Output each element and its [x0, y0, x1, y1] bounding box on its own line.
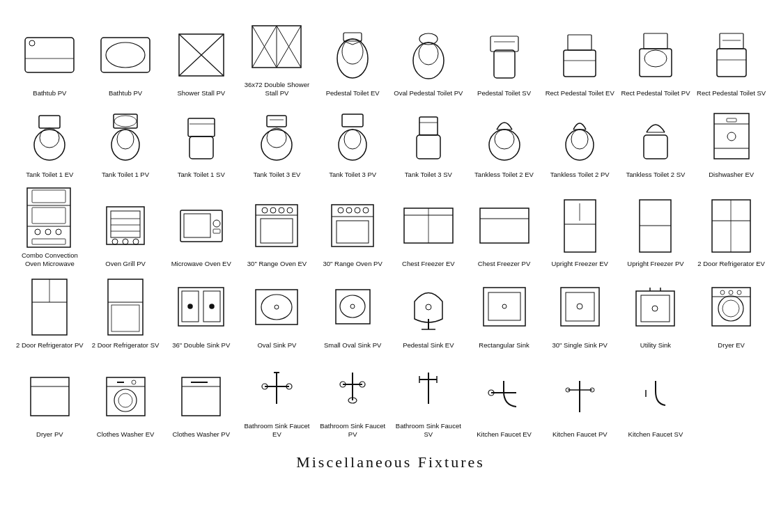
fixture-item-oval-pedestal-toilet-pv: Oval Pedestal Toilet PV: [391, 13, 465, 100]
svg-point-126: [188, 304, 192, 308]
icon-tankless-toilet-2-ev: [473, 105, 536, 168]
fixture-item-tank-toilet-3-sv: Tank Toilet 3 SV: [391, 102, 465, 180]
label-clothes-washer-pv: Clothes Washer PV: [172, 430, 230, 439]
svg-point-14: [337, 39, 368, 78]
svg-point-162: [132, 380, 136, 384]
fixture-item-clothes-washer-pv: Clothes Washer PV: [164, 354, 238, 441]
svg-point-92: [262, 208, 268, 213]
icon-tank-toilet-3-ev: [245, 105, 308, 168]
label-chest-freezer-pv: Chest Freezer PV: [478, 260, 531, 268]
svg-point-1: [29, 40, 35, 46]
fixture-item-tank-toilet-1-ev: Tank Toilet 1 EV: [13, 102, 87, 180]
svg-point-159: [114, 389, 137, 412]
icon-grid: Bathtub PV Bathtub PV Shower Stall PV 36…: [7, 7, 774, 446]
svg-point-66: [727, 132, 736, 141]
svg-point-74: [45, 229, 51, 235]
label-tankless-toilet-2-ev: Tankless Toilet 2 EV: [474, 171, 534, 179]
svg-rect-138: [488, 292, 520, 320]
fixture-item-bathroom-sink-faucet-ev: Bathroom Sink Faucet EV: [240, 354, 314, 441]
svg-point-127: [210, 304, 214, 308]
label-rect-pedestal-toilet-sv: Rect Pedestal Toilet SV: [697, 89, 766, 97]
svg-rect-23: [490, 36, 518, 52]
svg-point-83: [123, 239, 128, 244]
icon-rect-pedestal-toilet-pv: [624, 24, 687, 86]
icon-range-oven-ev: [245, 194, 308, 257]
label-oven-grill-pv: Oven Grill PV: [105, 260, 146, 268]
label-chest-freezer-ev: Chest Freezer EV: [402, 260, 455, 268]
svg-point-55: [489, 130, 520, 160]
label-pedestal-sink-ev: Pedestal Sink EV: [403, 341, 454, 350]
svg-rect-78: [111, 211, 140, 237]
svg-point-94: [279, 208, 284, 213]
svg-point-102: [363, 208, 369, 213]
svg-rect-61: [644, 135, 667, 159]
label-bathroom-sink-faucet-sv: Bathroom Sink Faucet SV: [392, 422, 464, 439]
label-small-oval-sink-pv: Small Oval Sink PV: [324, 341, 381, 350]
icon-kitchen-faucet-ev: [473, 365, 536, 428]
svg-rect-108: [564, 200, 596, 252]
icon-tank-toilet-3-sv: [397, 105, 460, 168]
svg-rect-40: [114, 114, 137, 128]
svg-rect-72: [32, 208, 65, 224]
svg-rect-163: [182, 377, 220, 416]
svg-point-75: [56, 229, 61, 235]
icon-shower-stall-double: [245, 15, 308, 78]
svg-point-132: [340, 295, 365, 318]
icon-rectangular-sink: [473, 276, 536, 338]
icon-tankless-toilet-2-sv: [624, 105, 687, 168]
fixture-item-tankless-toilet-2-sv: Tankless Toilet 2 SV: [619, 102, 693, 180]
icon-small-oval-sink-pv: [321, 276, 384, 338]
label-dryer-ev: Dryer EV: [718, 341, 745, 350]
svg-point-15: [342, 39, 363, 64]
svg-point-139: [502, 304, 507, 308]
svg-point-133: [350, 304, 355, 308]
label-range-oven-pv: 30" Range Oven PV: [323, 260, 382, 268]
page-title: Miscellaneous Fixtures: [7, 453, 774, 471]
icon-pedestal-sink-ev: [397, 276, 460, 338]
svg-rect-22: [494, 50, 515, 78]
fixture-item-kitchen-faucet-ev: Kitchen Faucet EV: [467, 354, 541, 441]
fixture-item-utility-sink: Utility Sink: [619, 273, 693, 351]
fixture-item-bathroom-sink-faucet-sv: Bathroom Sink Faucet SV: [391, 354, 465, 441]
label-bathroom-sink-faucet-ev: Bathroom Sink Faucet EV: [241, 422, 313, 439]
icon-rect-pedestal-toilet-sv: [700, 24, 763, 86]
fixture-item-chest-freezer-pv: Chest Freezer PV: [467, 183, 541, 270]
icon-pedestal-toilet-ev: [321, 24, 384, 86]
svg-point-87: [213, 220, 220, 227]
icon-clothes-washer-ev: [94, 365, 157, 428]
svg-rect-68: [27, 188, 70, 247]
svg-point-39: [117, 130, 134, 149]
svg-rect-120: [108, 279, 143, 335]
fixture-item-range-oven-pv: 30" Range Oven PV: [316, 183, 390, 270]
svg-rect-30: [644, 33, 667, 49]
label-tank-toilet-3-ev: Tank Toilet 3 EV: [253, 171, 300, 179]
svg-rect-123: [178, 288, 224, 326]
icon-microwave-oven-ev: [170, 194, 233, 257]
icon-bathroom-sink-faucet-sv: [397, 357, 460, 419]
svg-point-130: [274, 305, 279, 309]
svg-rect-106: [480, 208, 529, 243]
label-dryer-pv: Dryer PV: [36, 430, 63, 439]
fixture-item-30-single-sink-pv: 30" Single Sink PV: [543, 273, 617, 351]
svg-rect-32: [720, 33, 743, 49]
label-shower-stall-pv: Shower Stall PV: [177, 89, 225, 97]
icon-bathroom-sink-faucet-pv: [321, 357, 384, 419]
fixture-item-upright-freezer-pv: Upright Freezer PV: [619, 183, 693, 270]
svg-point-93: [270, 208, 276, 213]
svg-rect-113: [712, 200, 750, 252]
svg-rect-43: [188, 118, 215, 136]
fixture-item-bathtub-pv-2: Bathtub PV: [88, 13, 163, 100]
fixture-item-bathtub-pv-1: Bathtub PV: [13, 13, 87, 100]
label-upright-freezer-pv: Upright Freezer PV: [627, 260, 683, 268]
icon-double-sink-pv: [170, 276, 233, 338]
fixture-item-oval-sink-pv: Oval Sink PV: [240, 273, 314, 351]
svg-point-154: [737, 290, 741, 295]
icon-combo-conv-oven: [18, 186, 81, 249]
svg-rect-47: [267, 116, 286, 127]
svg-point-145: [652, 306, 658, 311]
fixture-item-combo-conv-oven: Combo Convection Oven Microwave: [13, 183, 87, 270]
svg-rect-28: [640, 49, 672, 77]
label-oval-sink-pv: Oval Sink PV: [257, 341, 296, 350]
svg-point-38: [111, 130, 139, 160]
fixture-item-clothes-washer-ev: Clothes Washer EV: [88, 354, 163, 441]
